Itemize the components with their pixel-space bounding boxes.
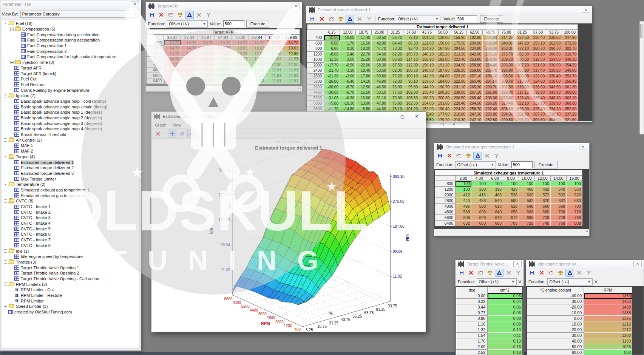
tree-item[interactable]: Fuel Compensation for high coolant tempe…: [3, 54, 139, 60]
exhaust-temp-titlebar[interactable]: Simulated exhaust gas temperature 1 ✕: [434, 143, 589, 151]
table-cell[interactable]: 75.90: [388, 101, 403, 106]
tree-item[interactable]: πRPM Limiter: [3, 298, 139, 304]
table-cell[interactable]: 12.06: [232, 73, 249, 79]
table-cell[interactable]: 100: [519, 181, 535, 187]
table-cell[interactable]: 13.63: [232, 45, 249, 51]
scales-icon[interactable]: [485, 269, 494, 277]
table-cell[interactable]: 272.10: [514, 46, 530, 52]
table-cell[interactable]: 10.00: [340, 35, 356, 41]
table-cell[interactable]: 310.40: [499, 101, 514, 106]
close-button[interactable]: ✕: [131, 1, 139, 7]
table-cell[interactable]: 42.00: [372, 40, 388, 46]
table-cell[interactable]: 353.70: [562, 73, 578, 79]
compare-waveform-icon[interactable]: [166, 11, 175, 19]
resize-grip[interactable]: [585, 229, 588, 232]
tree-item[interactable]: Estimated torque delivered 1: [3, 159, 139, 165]
function-dropdown[interactable]: Offset (+/-)▼: [167, 20, 208, 28]
graph-3d-icon[interactable]: [185, 11, 194, 19]
table-cell[interactable]: 13.44: [215, 56, 232, 62]
table-cell[interactable]: 329.00: [546, 57, 562, 63]
table-cell[interactable]: 11.98: [215, 78, 232, 84]
table-cell[interactable]: 360.60: [562, 90, 578, 96]
table-cell[interactable]: 184.80: [435, 73, 451, 79]
tree-item[interactable]: Basic spark advance angle map 2 (degrees…: [3, 115, 139, 121]
table-cell[interactable]: 47.70: [372, 46, 388, 52]
table-cell[interactable]: 324.00: [530, 79, 546, 85]
delete-icon[interactable]: [466, 269, 475, 277]
tree-item[interactable]: Simulated exhaust gas temperature 2: [3, 193, 139, 198]
table-cell[interactable]: 396: [487, 187, 503, 192]
graph-3d-icon[interactable]: [495, 269, 503, 277]
table-cell[interactable]: 156.90: [419, 57, 435, 63]
table-cell[interactable]: 285.00: [483, 112, 499, 117]
table-cell[interactable]: 265.10: [483, 51, 499, 57]
table-cell[interactable]: 258.70: [467, 106, 483, 112]
table-cell[interactable]: 267.10: [467, 90, 483, 96]
tree-item[interactable]: -Throttle (3): [3, 259, 139, 265]
compare-waveform-icon[interactable]: [454, 152, 463, 160]
tree-item[interactable]: -Idle (1): [3, 248, 139, 254]
table-cell[interactable]: 214.30: [499, 35, 514, 41]
table-cell[interactable]: 154.60: [419, 101, 435, 106]
table-cell[interactable]: 100: [456, 181, 471, 187]
table-cell[interactable]: 200.30: [435, 95, 451, 101]
table-cell[interactable]: 51.10: [372, 95, 388, 101]
table-cell[interactable]: 82.00: [388, 68, 403, 74]
table-cell[interactable]: 580: [503, 198, 519, 204]
table-cell[interactable]: 12.89: [266, 51, 283, 57]
value-input[interactable]: [223, 20, 244, 27]
table-cell[interactable]: 688: [519, 215, 535, 221]
table-cell[interactable]: 0.04: [488, 299, 522, 304]
table-cell[interactable]: 14.70: [266, 40, 283, 46]
table-cell[interactable]: 101.20: [403, 106, 419, 112]
table-cell[interactable]: 300.40: [499, 79, 514, 85]
table-cell[interactable]: 22.00: [356, 62, 372, 68]
table-cell[interactable]: 14.70: [181, 45, 198, 51]
graph-titlebar[interactable]: Estimated torque delivered 1 — ▢ ✕: [151, 112, 426, 121]
table-cell[interactable]: 87.50: [388, 62, 403, 68]
table-cell[interactable]: 224.20: [451, 106, 467, 112]
table-cell[interactable]: 263.30: [499, 46, 514, 52]
table-cell[interactable]: 440: [456, 198, 471, 204]
tree-item[interactable]: πRPM Limiter - Cut: [3, 287, 139, 293]
table-cell[interactable]: 286.70: [483, 68, 499, 74]
table-cell[interactable]: 210.30: [451, 117, 467, 121]
table-cell[interactable]: 312.80: [530, 57, 546, 63]
scrollbar-thumb[interactable]: [640, 24, 643, 38]
table-cell[interactable]: 1200: [584, 333, 632, 338]
table-cell[interactable]: 102.50: [403, 101, 419, 106]
tree-item[interactable]: πRPM Limiter - Restore: [3, 293, 139, 298]
tree-item[interactable]: Crank Fueling by engine temperature: [3, 87, 139, 93]
table-cell[interactable]: 286.10: [483, 73, 499, 79]
graph-3d-icon[interactable]: [346, 15, 354, 23]
table-cell[interactable]: 12.50: [356, 84, 372, 90]
tree-item[interactable]: -Compensation (5): [3, 26, 139, 32]
table-cell[interactable]: 317.40: [530, 68, 546, 74]
table-cell[interactable]: 280.30: [483, 57, 499, 63]
table-cell[interactable]: 12.80: [198, 78, 215, 84]
table-cell[interactable]: 307.70: [530, 112, 546, 117]
table-cell[interactable]: -21.70: [324, 68, 340, 74]
scales-icon[interactable]: [464, 152, 473, 160]
table-cell[interactable]: 568: [456, 209, 471, 215]
tree-item[interactable]: Estimated torque delivered 3: [3, 171, 139, 176]
table-cell[interactable]: 305.60: [499, 106, 514, 112]
table-cell[interactable]: 356.40: [562, 79, 578, 85]
table-cell[interactable]: 316.90: [514, 106, 530, 112]
table-cell[interactable]: 260.40: [467, 79, 483, 85]
tree-item[interactable]: Knock Sensor Threshold: [3, 132, 139, 137]
table-cell[interactable]: 142.30: [419, 73, 435, 79]
table-cell[interactable]: 339.90: [546, 101, 562, 106]
table-cell[interactable]: 700: [567, 204, 582, 209]
compare-waveform-icon[interactable]: [327, 15, 335, 23]
table-cell[interactable]: 114.10: [403, 57, 419, 63]
swap-y-icon[interactable]: [584, 269, 593, 277]
table-cell[interactable]: 222.50: [514, 35, 530, 41]
surface-chart[interactable]: TunerPro - Version 5.00 Estimated torque…: [152, 139, 425, 332]
table-cell[interactable]: 210.80: [451, 112, 467, 117]
table-cell[interactable]: 12.63: [249, 56, 266, 62]
table-cell[interactable]: 256.00: [483, 46, 499, 52]
point-highlight-icon[interactable]: [187, 130, 196, 137]
minimize-button[interactable]: —: [381, 112, 395, 121]
tree-item[interactable]: CVTC - Intake 6: [3, 232, 139, 237]
